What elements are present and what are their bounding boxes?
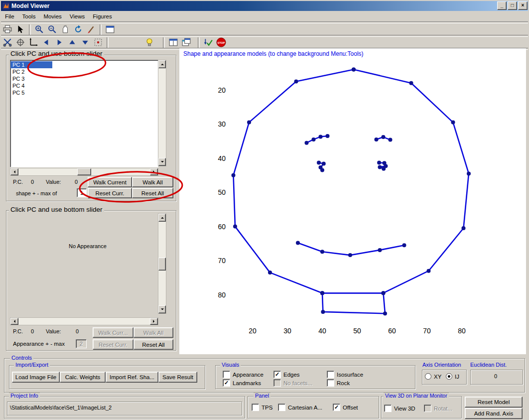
radio-xy[interactable]: XY (425, 373, 441, 380)
landmark-marker (462, 226, 466, 230)
minimize-button[interactable]: _ (497, 1, 507, 10)
pc-list-item[interactable]: PC 1 (10, 61, 52, 68)
add-rand-axis-button[interactable]: Add Rand. Axis (465, 408, 523, 419)
landmark-marker (427, 269, 431, 273)
brush-icon[interactable] (85, 24, 97, 35)
view-down-icon[interactable] (79, 37, 91, 48)
pc-list-scrollbar[interactable] (158, 60, 166, 166)
axes-icon[interactable] (27, 37, 39, 48)
radio-ij[interactable]: IJ (446, 373, 459, 380)
appearance-group-title: Click PC and use bottom slider (9, 206, 104, 213)
reset-all-button[interactable]: Reset All (133, 339, 173, 350)
apply-check-icon[interactable] (202, 37, 214, 48)
checkbox-cartesian[interactable]: Cartesian A... (278, 404, 322, 411)
snap-icon[interactable] (92, 37, 104, 48)
stop-icon[interactable]: STOP (215, 37, 227, 48)
landmark-marker (389, 138, 393, 142)
reset-current-button-disabled[interactable]: Reset Curr. (93, 339, 133, 350)
menu-tools[interactable]: Tools (18, 12, 40, 20)
reset-all-button[interactable]: Reset All (132, 188, 173, 198)
close-button[interactable]: × (518, 1, 528, 10)
checkbox-edges[interactable]: ✓ Edges (273, 371, 300, 378)
landmark-pick-icon[interactable] (14, 37, 26, 48)
lightbulb-icon[interactable] (143, 37, 155, 48)
checkbox-landmarks[interactable]: ✓ Landmarks (223, 379, 261, 387)
scroll-up-icon[interactable] (158, 60, 166, 68)
reset-model-button[interactable]: Reset Model (465, 397, 523, 408)
pc-listbox[interactable]: PC 1 PC 2 PC 3 PC 4 PC 5 (10, 60, 158, 167)
window-tile-icon[interactable] (167, 37, 179, 48)
menu-figures[interactable]: Figures (89, 12, 116, 20)
stop-label: STOP (218, 41, 225, 44)
print-icon[interactable] (1, 24, 13, 35)
checkbox-rotate[interactable]: Rotat... (424, 405, 452, 412)
view-right-icon[interactable] (53, 37, 65, 48)
face-shape-plot[interactable]: 2030405060708020304050607080 (197, 59, 496, 343)
cut-plane-icon[interactable] (1, 37, 13, 48)
walk-current-button-disabled[interactable]: Walk Curr... (93, 327, 133, 338)
arrow-cursor-icon[interactable] (14, 24, 26, 35)
view-up-icon[interactable] (66, 37, 78, 48)
landmark-marker (321, 310, 325, 314)
landmark-marker (317, 161, 321, 165)
walk-current-button[interactable]: Walk Current (88, 177, 132, 187)
load-image-file-button[interactable]: Load Image File (12, 372, 60, 383)
slider-left-icon[interactable] (10, 168, 18, 175)
appearance-scrollbar[interactable] (158, 213, 166, 314)
menu-views[interactable]: Views (66, 12, 89, 20)
menu-movies[interactable]: Movies (39, 12, 65, 20)
slider-left-icon[interactable] (10, 318, 18, 325)
pan-hand-icon[interactable] (59, 24, 71, 35)
calc-weights-button[interactable]: Calc. Weights (60, 372, 106, 383)
divider (29, 24, 31, 35)
rotate3d-icon[interactable] (72, 24, 84, 35)
import-ref-shape-button[interactable]: Import Ref. Sha... (106, 372, 158, 383)
slider-thumb[interactable] (77, 168, 91, 175)
landmark-marker (268, 271, 272, 275)
pc-list-item[interactable]: PC 3 (10, 75, 158, 82)
landmark-marker (375, 138, 379, 141)
scroll-up-icon[interactable] (158, 214, 166, 222)
plot-title: Shape and appearance models (to change b… (183, 50, 364, 57)
shape-max-input[interactable]: 1 (77, 188, 87, 197)
y-tick-label: 30 (218, 120, 226, 128)
zoom-in-icon[interactable] (33, 24, 45, 35)
x-tick-label: 60 (388, 327, 396, 335)
checkbox-view3d[interactable]: View 3D (384, 405, 415, 412)
landmark-marker (378, 248, 382, 252)
shape-pc-slider[interactable] (10, 168, 158, 176)
appearance-max-input[interactable]: 2 (76, 339, 87, 348)
window-cascade-icon[interactable] (180, 37, 192, 48)
landmark-marker (352, 67, 356, 71)
slider-right-icon[interactable] (150, 168, 158, 175)
checkbox-box: ✓ (273, 371, 281, 378)
pc-list-item[interactable]: PC 4 (10, 82, 158, 89)
view-left-icon[interactable] (40, 37, 52, 48)
title-bar[interactable]: Model Viewer (1, 1, 528, 11)
maximize-button[interactable]: □ (508, 1, 517, 10)
checkbox-appearance[interactable]: Appearance (223, 371, 264, 378)
menu-file[interactable]: File (1, 12, 18, 20)
checkbox-tps[interactable]: TPS (252, 404, 272, 411)
walk-all-button[interactable]: Walk All (132, 177, 173, 187)
scroll-down-icon[interactable] (158, 305, 166, 313)
pc-list-item[interactable]: PC 2 (10, 68, 158, 75)
checkbox-no-facets[interactable]: No facets... (273, 379, 312, 387)
figure-window-icon[interactable] (104, 24, 116, 35)
pc-list-item[interactable]: PC 5 (10, 89, 158, 96)
checkbox-offset[interactable]: ✓ Offset (333, 404, 358, 411)
zoom-out-icon[interactable] (46, 24, 58, 35)
pc-label: P.C. (13, 179, 23, 185)
checkbox-isosurface[interactable]: Isosurface (327, 371, 363, 378)
import-export-title: Import/Export (14, 362, 50, 368)
checkbox-rock[interactable]: Rock (327, 379, 350, 387)
slider-right-icon[interactable] (150, 318, 158, 325)
reset-current-button[interactable]: Reset Curr. (88, 188, 132, 198)
appearance-slider[interactable] (10, 317, 158, 325)
walk-all-button-disabled[interactable]: Walk All (133, 327, 173, 338)
checkbox-box (223, 371, 230, 378)
scroll-down-icon[interactable] (158, 158, 166, 166)
series-head-outline (234, 69, 469, 293)
scroll-thumb[interactable] (158, 258, 166, 271)
save-result-button[interactable]: Save Result (158, 372, 197, 383)
